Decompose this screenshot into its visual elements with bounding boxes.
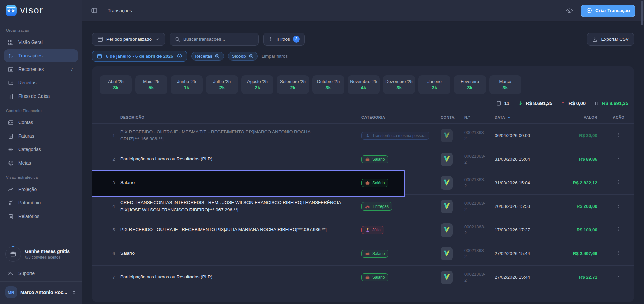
divider <box>103 8 103 14</box>
month-card-julho-25[interactable]: Julho '252k <box>206 75 238 94</box>
referral-banner[interactable]: Ganhe meses grátis 0/3 convites aceitos <box>0 243 82 265</box>
month-card-novembro-25[interactable]: Novembro '254k <box>348 75 380 94</box>
sidebar-item-recorrentes[interactable]: Recorrentes7 <box>4 63 78 76</box>
date-range-chip[interactable]: 6 de janeiro - 6 de abril de 2026 <box>92 51 187 62</box>
remove-filter-icon[interactable] <box>177 53 182 59</box>
target-icon <box>7 160 14 166</box>
gift-circle <box>5 246 21 262</box>
filter-chip-sicoob[interactable]: Sicoob <box>228 52 258 61</box>
category-badge: Júlia <box>361 226 384 234</box>
category-label: Entregas <box>373 204 389 209</box>
sidebar-item-transacoes[interactable]: Transações <box>4 49 78 62</box>
row-actions-menu[interactable] <box>616 156 622 161</box>
row-actions-menu[interactable] <box>616 274 622 279</box>
transaction-date: 31/03/2026 15:04 <box>495 157 572 162</box>
sidebar-item-receitas[interactable]: Receitas <box>4 76 78 89</box>
row-actions-menu[interactable] <box>616 179 622 185</box>
row-actions-menu[interactable] <box>616 250 622 256</box>
row-checkbox[interactable] <box>97 227 97 233</box>
sidebar-item-categorias[interactable]: Categorias <box>4 143 78 156</box>
summary-income-value: R$ 8.691,35 <box>526 101 552 106</box>
month-card-janeiro[interactable]: Janeiro3k <box>418 75 450 94</box>
sidebar-item-contas[interactable]: Contas <box>4 116 78 129</box>
month-card-dezembro-25[interactable]: Dezembro '253k <box>383 75 415 94</box>
growth-icon <box>7 200 14 206</box>
calendar-repeat-icon <box>7 66 14 73</box>
arrow-down-icon <box>518 101 523 106</box>
select-all-checkbox[interactable] <box>97 115 97 120</box>
account-icon-sicoob <box>441 129 453 142</box>
account-number: 00021363-2 <box>464 248 486 259</box>
transaction-date: 17/03/2026 17:27 <box>495 227 572 232</box>
row-actions-menu[interactable] <box>616 203 622 209</box>
table-row[interactable]: 6SalárioSalário00021363-227/02/2026 15:4… <box>92 242 634 265</box>
category-badge: Salário <box>361 155 388 163</box>
month-card-setembro-25[interactable]: Setembro '252k <box>277 75 309 94</box>
month-value: 3k <box>467 85 472 90</box>
row-actions-menu[interactable] <box>616 132 622 138</box>
row-checkbox[interactable] <box>97 250 97 257</box>
table-row[interactable]: 7Participação nos Lucros ou Resultados (… <box>92 265 634 289</box>
row-actions-menu[interactable] <box>616 226 622 232</box>
sidebar-item-projecao[interactable]: Projeção <box>4 183 78 196</box>
sidebar-item-label: Visão Geral <box>18 39 43 45</box>
column-header-date[interactable]: Data <box>495 115 572 120</box>
eye-icon[interactable] <box>566 7 573 15</box>
month-card-junho-25[interactable]: Junho '251k <box>171 75 203 94</box>
sidebar-item-fluxo-de-caixa[interactable]: Fluxo de Caixa <box>4 90 78 103</box>
category-badge: Transferência mesma pessoa <box>361 132 429 140</box>
filter-chip-receitas[interactable]: Receitas <box>191 52 224 61</box>
export-csv-button[interactable]: Exportar CSV <box>587 33 634 46</box>
summary-count: 11 <box>496 100 509 106</box>
sidebar-item-metas[interactable]: Metas <box>4 157 78 169</box>
search-box[interactable] <box>170 33 259 46</box>
sidebar-item-patrimonio[interactable]: Patrimônio <box>4 196 78 209</box>
month-card-abril-25[interactable]: Abril '253k <box>100 75 132 94</box>
remove-filter-icon[interactable] <box>248 54 254 59</box>
categories-icon <box>7 146 14 153</box>
table-header: Descrição Categoria Conta N.º Data Valor… <box>92 111 634 123</box>
clear-filters-button[interactable]: Limpar filtros <box>262 54 288 59</box>
row-checkbox[interactable] <box>97 156 97 162</box>
search-input[interactable] <box>183 37 254 42</box>
visor-logo-icon <box>5 5 17 16</box>
transaction-description: CRED.TRANSF.CONTAS INTERCREDIS - REM.: J… <box>120 199 361 213</box>
user-menu[interactable]: MR Marco Antonio Roc... <box>0 281 82 304</box>
sidebar-item-label: Receitas <box>18 80 36 85</box>
sidebar-toggle-icon[interactable] <box>91 7 98 14</box>
account-icon-sicoob <box>441 176 453 190</box>
month-card-maio-25[interactable]: Maio '255k <box>135 75 167 94</box>
create-transaction-button[interactable]: Criar Transação <box>581 5 635 17</box>
account-icon-sicoob <box>441 271 453 284</box>
month-card-fevereiro[interactable]: Fevereiro3k <box>454 75 486 94</box>
period-select-button[interactable]: Período personalizado <box>92 33 165 46</box>
month-card-agosto-25[interactable]: Agosto '252k <box>241 75 273 94</box>
month-value: 2k <box>219 85 225 90</box>
report-icon <box>7 213 14 220</box>
month-card-outubro-25[interactable]: Outubro '253k <box>312 75 344 94</box>
row-checkbox[interactable] <box>97 132 97 139</box>
sidebar-item-visao-geral[interactable]: Visão Geral <box>4 36 78 49</box>
table-row[interactable]: 5PIX RECEBIDO - OUTRA IF - RECEBIMENTO P… <box>92 218 634 242</box>
category-badge: Entregas <box>361 202 392 211</box>
period-select-label: Período personalizado <box>106 37 152 42</box>
month-card-marco[interactable]: Março3k <box>489 75 521 94</box>
row-checkbox[interactable] <box>97 179 97 186</box>
sidebar-section-title: Controle Financeiro <box>4 109 78 113</box>
table-row[interactable]: 3SalárioSalário00021363-231/03/2026 15:0… <box>92 171 634 194</box>
table-row[interactable]: 2Participação nos Lucros ou Resultados (… <box>92 147 634 171</box>
sidebar-item-relatorios[interactable]: Relatórios <box>4 210 78 223</box>
table-row[interactable]: 4CRED.TRANSF.CONTAS INTERCREDIS - REM.: … <box>92 194 634 218</box>
summary-row: 11 R$ 8.691,35 R$ 0,00 <box>92 100 634 106</box>
sidebar-item-faturas[interactable]: Faturas <box>4 130 78 142</box>
row-checkbox[interactable] <box>97 274 97 280</box>
sidebar-item-suporte[interactable]: Suporte <box>0 265 82 281</box>
sicoob-logo-icon <box>443 227 450 233</box>
filters-button[interactable]: Filtros 2 <box>263 33 305 46</box>
table-row[interactable]: 1PIX RECEBIDO - OUTRA IF - MESMA TIT. - … <box>92 123 634 147</box>
remove-filter-icon[interactable] <box>215 54 220 59</box>
row-checkbox[interactable] <box>97 203 97 210</box>
scrollbar-thumb[interactable] <box>641 1 643 25</box>
month-label: Dezembro '25 <box>385 79 413 84</box>
transaction-description: PIX RECEBIDO - OUTRA IF - MESMA TIT. - R… <box>120 129 361 142</box>
